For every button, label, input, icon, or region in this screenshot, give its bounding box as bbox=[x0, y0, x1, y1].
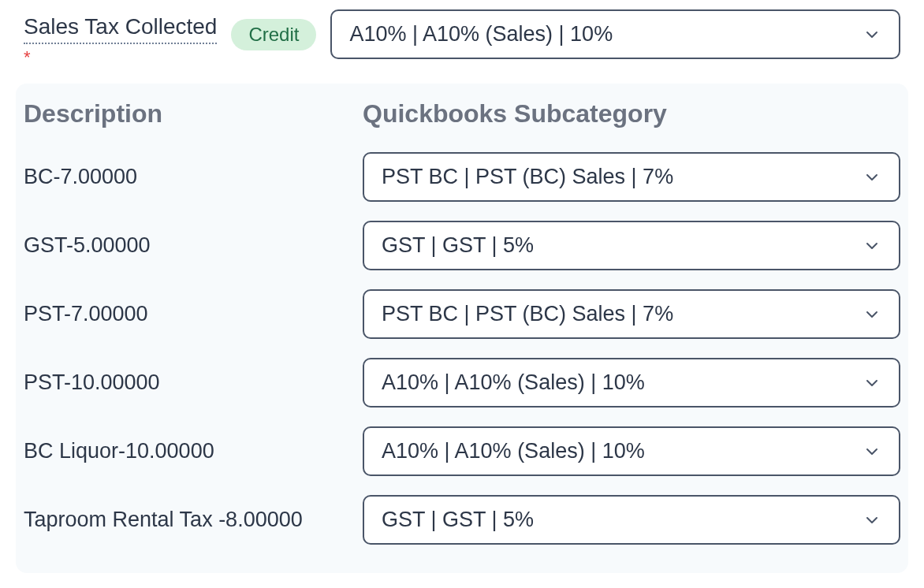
row-description: BC-7.00000 bbox=[24, 165, 137, 188]
sales-tax-collected-select[interactable]: A10% | A10% (Sales) | 10% bbox=[330, 9, 900, 59]
subcategory-select[interactable]: GST | GST | 5% bbox=[363, 495, 900, 545]
subcategory-select[interactable]: GST | GST | 5% bbox=[363, 221, 900, 270]
table-row: GST-5.00000 GST | GST | 5% bbox=[16, 211, 908, 280]
select-value: A10% | A10% (Sales) | 10% bbox=[382, 439, 645, 463]
chevron-down-icon bbox=[863, 25, 881, 44]
chevron-down-icon bbox=[863, 442, 881, 461]
subcategory-select[interactable]: PST BC | PST (BC) Sales | 7% bbox=[363, 152, 900, 202]
field-label: Sales Tax Collected bbox=[24, 13, 217, 44]
chevron-down-icon bbox=[863, 168, 881, 187]
chevron-down-icon bbox=[863, 511, 881, 530]
row-description: Taproom Rental Tax -8.00000 bbox=[24, 508, 303, 531]
select-value: A10% | A10% (Sales) | 10% bbox=[349, 22, 613, 47]
table-row: Taproom Rental Tax -8.00000 GST | GST | … bbox=[16, 486, 908, 554]
select-value: PST BC | PST (BC) Sales | 7% bbox=[382, 165, 673, 189]
select-value: A10% | A10% (Sales) | 10% bbox=[382, 370, 645, 395]
field-label-block: Sales Tax Collected * bbox=[24, 8, 217, 66]
chevron-down-icon bbox=[863, 236, 881, 255]
subcategory-select[interactable]: A10% | A10% (Sales) | 10% bbox=[363, 358, 900, 408]
table-row: BC Liquor-10.00000 A10% | A10% (Sales) |… bbox=[16, 417, 908, 486]
table-row: PST-7.00000 PST BC | PST (BC) Sales | 7% bbox=[16, 280, 908, 348]
select-value: PST BC | PST (BC) Sales | 7% bbox=[382, 302, 673, 326]
table-row: PST-10.00000 A10% | A10% (Sales) | 10% bbox=[16, 348, 908, 417]
row-description: PST-7.00000 bbox=[24, 302, 148, 326]
credit-badge: Credit bbox=[231, 19, 316, 50]
table-row: BC-7.00000 PST BC | PST (BC) Sales | 7% bbox=[16, 143, 908, 211]
select-value: GST | GST | 5% bbox=[382, 233, 534, 258]
header-description: Description bbox=[24, 99, 162, 128]
required-indicator: * bbox=[24, 49, 217, 66]
header-subcategory: Quickbooks Subcategory bbox=[363, 99, 667, 128]
subcategory-panel: Description Quickbooks Subcategory BC-7.… bbox=[16, 84, 908, 573]
select-value: GST | GST | 5% bbox=[382, 508, 534, 532]
subcategory-select[interactable]: A10% | A10% (Sales) | 10% bbox=[363, 426, 900, 476]
row-description: GST-5.00000 bbox=[24, 233, 151, 257]
sales-tax-collected-row: Sales Tax Collected * Credit A10% | A10%… bbox=[24, 8, 900, 66]
chevron-down-icon bbox=[863, 305, 881, 324]
chevron-down-icon bbox=[863, 374, 881, 393]
subcategory-select[interactable]: PST BC | PST (BC) Sales | 7% bbox=[363, 289, 900, 339]
panel-header: Description Quickbooks Subcategory bbox=[16, 99, 908, 143]
row-description: BC Liquor-10.00000 bbox=[24, 439, 214, 463]
row-description: PST-10.00000 bbox=[24, 370, 160, 394]
